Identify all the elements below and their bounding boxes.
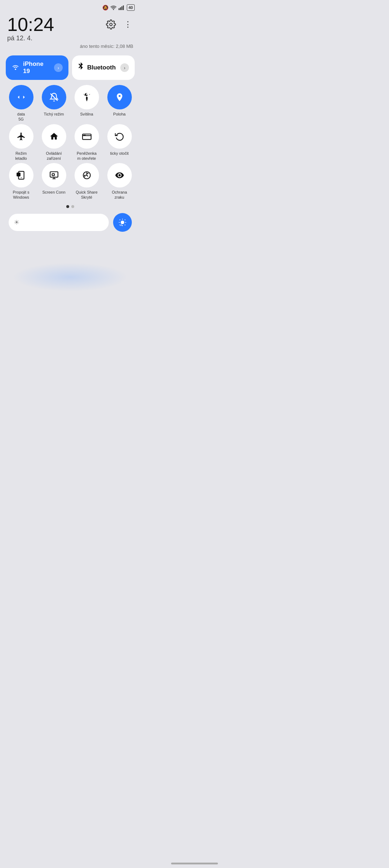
header-row: 10:24 pá 12. 4. ⋮: [0, 12, 140, 42]
svg-point-4: [15, 69, 16, 70]
airplane-label-text: Režimletadlo: [15, 151, 27, 161]
eyecare-icon-circle: [107, 163, 132, 187]
status-bar: 🔕 40: [0, 0, 140, 12]
location-label-text: Poloha: [113, 112, 125, 117]
svg-rect-11: [17, 173, 20, 176]
screenconn-label-text: Screen Conn: [42, 190, 65, 195]
time-block: 10:24 pá 12. 4.: [7, 15, 54, 42]
wifi-icon: [110, 5, 117, 10]
rotate-icon-circle: [107, 124, 132, 149]
quickshare-icon-circle: [75, 163, 99, 187]
data-label-text: data5G: [17, 112, 25, 122]
toggle-quick-share[interactable]: Quick ShareSkryté: [71, 163, 102, 200]
wallet-icon-circle: [75, 124, 99, 149]
icon-grid-row3: Propojit sWindows Screen Conn Quick Sh: [6, 163, 135, 200]
eyecare-label-text: Ochranazraku: [112, 190, 127, 200]
gear-icon: [106, 19, 116, 30]
rotate-label-text: ticky otočit: [110, 151, 129, 156]
device-label-text: Ovládánízařízení: [46, 151, 62, 161]
wifi-arrow: ›: [54, 63, 63, 72]
linkwindows-label-text: Propojit sWindows: [13, 190, 30, 200]
brightness-sun-icon: ☀: [14, 218, 19, 226]
bluetooth-card[interactable]: Bluetooth ›: [72, 55, 135, 80]
settings-button[interactable]: [104, 18, 117, 31]
brightness-row: ☀ A: [6, 213, 135, 232]
svg-rect-3: [123, 5, 124, 10]
data-usage-label: áno tento měsíc: 2,08 MB: [0, 42, 140, 52]
wifi-card-icon: [12, 63, 19, 72]
svg-rect-13: [52, 174, 54, 176]
page-dot-2: [71, 205, 74, 208]
screenconn-icon-circle: [42, 163, 66, 187]
toggle-silent[interactable]: Tichý režim: [39, 85, 69, 122]
bluetooth-card-icon: [78, 62, 84, 73]
flashlight-label-text: Svítilna: [80, 112, 93, 117]
svg-rect-1: [120, 7, 121, 10]
svg-rect-0: [119, 8, 120, 10]
battery-indicator: 40: [127, 4, 135, 11]
toggle-eye-care[interactable]: Ochranazraku: [104, 163, 135, 200]
status-icons: 🔕 40: [102, 4, 135, 11]
wallet-label-text: Peněženkam otevřete: [77, 151, 97, 161]
page-dot-1: [66, 205, 69, 208]
device-icon-circle: [42, 124, 66, 149]
more-options-button[interactable]: ⋮: [122, 18, 133, 31]
data-icon-circle: [9, 85, 33, 109]
header-actions: ⋮: [104, 18, 133, 31]
icon-grid-row1: data5G Tichý režim Svítilna: [6, 85, 135, 122]
time-display: 10:24: [7, 15, 54, 34]
wifi-label: iPhone 19: [23, 60, 50, 75]
brightness-slider[interactable]: ☀: [9, 214, 109, 231]
toggle-flashlight[interactable]: Svítilna: [71, 85, 102, 122]
toggle-rotate[interactable]: ticky otočit: [104, 124, 135, 161]
toggle-screen-conn[interactable]: Screen Conn: [39, 163, 69, 200]
quickshare-label-text: Quick ShareSkryté: [76, 190, 98, 200]
bluetooth-arrow: ›: [120, 63, 129, 72]
mute-icon: 🔕: [102, 5, 108, 10]
toggle-location[interactable]: Poloha: [104, 85, 135, 122]
toggle-airplane[interactable]: Režimletadlo: [6, 124, 36, 161]
wifi-card[interactable]: iPhone 19 ›: [6, 55, 68, 80]
toggle-wallet[interactable]: Peněženkam otevřete: [71, 124, 102, 161]
bottom-glow: [13, 263, 128, 291]
toggle-link-windows[interactable]: Propojit sWindows: [6, 163, 36, 200]
auto-brightness-icon: A: [118, 218, 127, 227]
date-display: pá 12. 4.: [7, 35, 54, 42]
signal-icon: [119, 5, 125, 10]
page-dots: [6, 205, 135, 208]
location-icon-circle: [107, 85, 132, 109]
svg-text:A: A: [120, 223, 122, 227]
silent-label-text: Tichý režim: [44, 112, 64, 117]
svg-rect-6: [86, 97, 87, 100]
svg-rect-2: [121, 6, 122, 10]
silent-icon-circle: [42, 85, 66, 109]
top-cards: iPhone 19 › Bluetooth ›: [6, 55, 135, 80]
linkwindows-icon-circle: [9, 163, 33, 187]
icon-grid-row2: Režimletadlo Ovládánízařízení Peněženkam…: [6, 124, 135, 161]
quick-toggles-area: iPhone 19 › Bluetooth › data5G: [0, 52, 140, 243]
svg-rect-8: [83, 135, 86, 136]
bluetooth-label: Bluetooth: [87, 64, 117, 71]
toggle-device-control[interactable]: Ovládánízařízení: [39, 124, 69, 161]
airplane-icon-circle: [9, 124, 33, 149]
flashlight-icon-circle: [75, 85, 99, 109]
auto-brightness-button[interactable]: A: [113, 213, 132, 232]
toggle-data[interactable]: data5G: [6, 85, 36, 122]
